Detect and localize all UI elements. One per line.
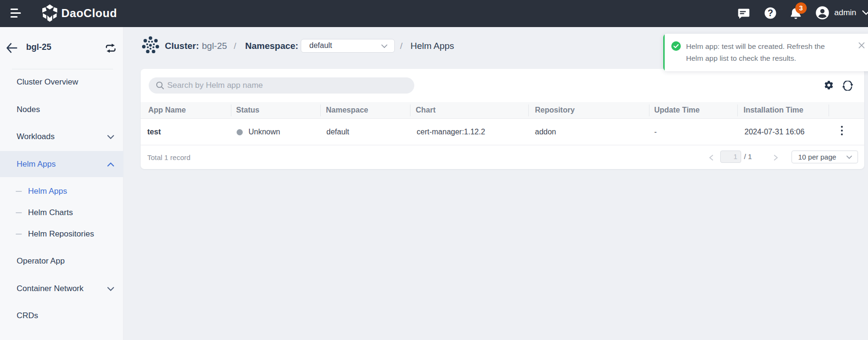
svg-text:?: ? xyxy=(768,8,773,18)
